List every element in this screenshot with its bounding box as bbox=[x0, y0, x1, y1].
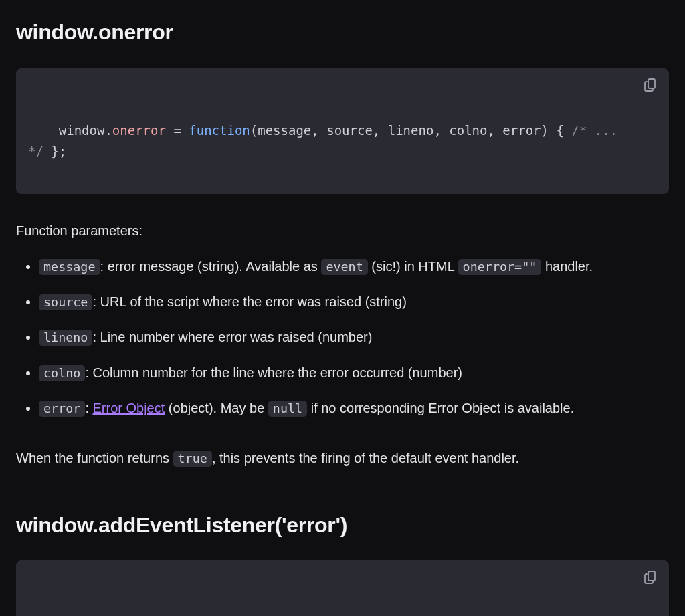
code-token: lineno bbox=[388, 123, 434, 138]
inline-code: event bbox=[321, 259, 367, 275]
param-desc: handler. bbox=[541, 259, 593, 274]
list-item: lineno: Line number where error was rais… bbox=[39, 327, 669, 348]
inline-code: true bbox=[173, 451, 212, 467]
svg-rect-0 bbox=[648, 79, 655, 88]
section-title-addeventlistener: window.addEventListener('error') bbox=[16, 509, 669, 542]
code-token: colno bbox=[449, 123, 487, 138]
code-token: window bbox=[59, 123, 105, 138]
param-name: source bbox=[39, 294, 92, 310]
params-intro: Function parameters: bbox=[16, 221, 669, 241]
return-text: , this prevents the firing of the defaul… bbox=[212, 451, 519, 466]
param-desc: : URL of the script where the error was … bbox=[92, 294, 406, 309]
param-desc: if no corresponding Error Object is avai… bbox=[307, 401, 574, 415]
error-object-link[interactable]: Error Object bbox=[93, 401, 165, 415]
code-token: , bbox=[311, 123, 326, 138]
section-title-onerror: window.onerror bbox=[16, 16, 669, 49]
return-paragraph: When the function returns true, this pre… bbox=[16, 448, 669, 469]
param-desc: (object). May be bbox=[165, 401, 268, 415]
list-item: message: error message (string). Availab… bbox=[39, 256, 669, 277]
code-token: = bbox=[166, 123, 189, 138]
code-token: function bbox=[189, 123, 250, 138]
code-token: source bbox=[326, 123, 373, 138]
param-name: lineno bbox=[39, 330, 92, 346]
code-block-addeventlistener: window.addEventListener('error', functio… bbox=[16, 560, 669, 616]
return-text: When the function returns bbox=[16, 451, 173, 466]
inline-code: onerror="" bbox=[458, 259, 542, 275]
code-token: , bbox=[487, 123, 502, 138]
code-token: message bbox=[258, 123, 311, 138]
param-name: colno bbox=[39, 365, 85, 381]
svg-rect-1 bbox=[648, 571, 655, 581]
list-item: error: Error Object (object). May be nul… bbox=[39, 398, 669, 419]
param-name: message bbox=[39, 259, 100, 275]
param-desc: : error message (string). Available as bbox=[100, 259, 322, 274]
param-desc: : Column number for the line where the e… bbox=[85, 365, 462, 380]
doc-page: window.onerror window.onerror = function… bbox=[0, 0, 685, 616]
param-desc: : bbox=[85, 401, 92, 415]
param-desc: (sic!) in HTML bbox=[368, 259, 458, 274]
list-item: colno: Column number for the line where … bbox=[39, 363, 669, 383]
inline-code: null bbox=[268, 401, 307, 417]
param-name: error bbox=[39, 401, 85, 417]
code-token: . bbox=[104, 123, 112, 138]
code-token: , bbox=[433, 123, 449, 138]
code-token: }; bbox=[43, 144, 66, 159]
param-desc: : Line number where error was raised (nu… bbox=[92, 330, 372, 344]
code-token: error bbox=[502, 123, 541, 138]
code-token: , bbox=[373, 123, 388, 138]
param-list: message: error message (string). Availab… bbox=[16, 256, 669, 419]
copy-icon[interactable] bbox=[642, 569, 660, 586]
code-token: onerror bbox=[112, 123, 166, 138]
code-token: ( bbox=[250, 123, 258, 138]
code-token: ) bbox=[541, 123, 549, 138]
code-token: { bbox=[549, 123, 571, 138]
list-item: source: URL of the script where the erro… bbox=[39, 292, 669, 312]
copy-icon[interactable] bbox=[642, 76, 660, 94]
code-block-onerror: window.onerror = function(message, sourc… bbox=[16, 68, 669, 194]
